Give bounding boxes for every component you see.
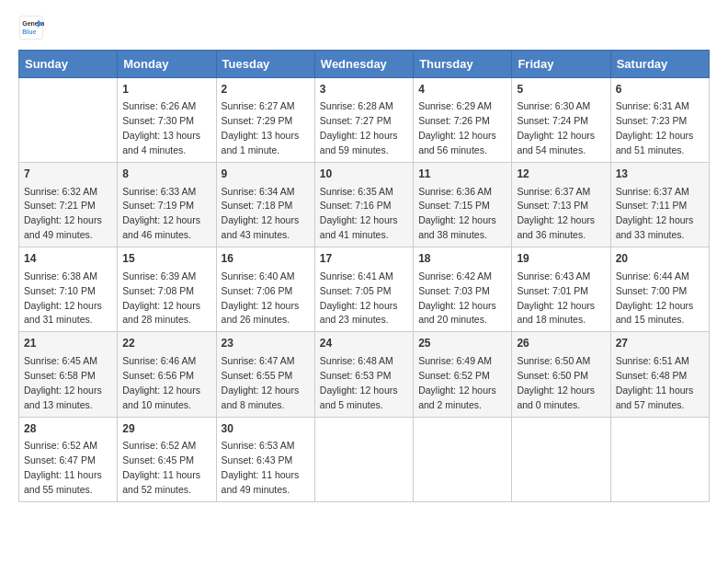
day-number: 2 xyxy=(222,82,310,98)
day-info: Sunrise: 6:48 AM Sunset: 6:53 PM Dayligh… xyxy=(320,355,398,410)
day-number: 8 xyxy=(122,167,210,182)
day-number: 22 xyxy=(122,336,210,351)
weekday-header-wednesday: Wednesday xyxy=(314,51,413,78)
day-info: Sunrise: 6:52 AM Sunset: 6:47 PM Dayligh… xyxy=(24,440,102,495)
calendar-table: SundayMondayTuesdayWednesdayThursdayFrid… xyxy=(18,50,710,502)
calendar-cell: 19Sunrise: 6:43 AM Sunset: 7:01 PM Dayli… xyxy=(512,247,610,332)
calendar-cell: 22Sunrise: 6:46 AM Sunset: 6:56 PM Dayli… xyxy=(118,332,216,417)
calendar-cell: 12Sunrise: 6:37 AM Sunset: 7:13 PM Dayli… xyxy=(512,163,610,247)
calendar-cell: 3Sunrise: 6:28 AM Sunset: 7:27 PM Daylig… xyxy=(314,78,413,163)
day-info: Sunrise: 6:41 AM Sunset: 7:05 PM Dayligh… xyxy=(320,270,398,326)
logo-icon: General Blue xyxy=(18,15,44,40)
day-info: Sunrise: 6:43 AM Sunset: 7:01 PM Dayligh… xyxy=(517,270,595,326)
day-number: 9 xyxy=(222,167,310,182)
header: General Blue xyxy=(18,15,710,40)
svg-rect-0 xyxy=(19,16,42,39)
day-info: Sunrise: 6:47 AM Sunset: 6:55 PM Dayligh… xyxy=(222,355,300,410)
day-number: 10 xyxy=(320,167,408,182)
day-info: Sunrise: 6:44 AM Sunset: 7:00 PM Dayligh… xyxy=(616,270,694,326)
day-number: 18 xyxy=(418,251,506,267)
svg-text:Blue: Blue xyxy=(22,29,36,35)
day-number: 27 xyxy=(616,336,704,351)
day-number: 20 xyxy=(616,251,704,267)
day-info: Sunrise: 6:36 AM Sunset: 7:15 PM Dayligh… xyxy=(418,186,496,241)
calendar-cell: 8Sunrise: 6:33 AM Sunset: 7:19 PM Daylig… xyxy=(118,163,216,247)
day-info: Sunrise: 6:45 AM Sunset: 6:58 PM Dayligh… xyxy=(24,355,102,410)
calendar-cell xyxy=(512,417,610,501)
day-number: 21 xyxy=(24,336,112,351)
day-info: Sunrise: 6:39 AM Sunset: 7:08 PM Dayligh… xyxy=(122,270,200,326)
weekday-header-monday: Monday xyxy=(118,51,216,78)
day-info: Sunrise: 6:40 AM Sunset: 7:06 PM Dayligh… xyxy=(222,270,300,326)
day-info: Sunrise: 6:42 AM Sunset: 7:03 PM Dayligh… xyxy=(418,270,496,326)
weekday-header-sunday: Sunday xyxy=(19,51,118,78)
calendar-cell xyxy=(314,417,413,501)
day-number: 11 xyxy=(418,167,506,182)
day-info: Sunrise: 6:28 AM Sunset: 7:27 PM Dayligh… xyxy=(320,100,398,155)
weekday-header-thursday: Thursday xyxy=(414,51,512,78)
day-info: Sunrise: 6:27 AM Sunset: 7:29 PM Dayligh… xyxy=(222,100,300,155)
calendar-cell: 6Sunrise: 6:31 AM Sunset: 7:23 PM Daylig… xyxy=(610,78,709,163)
day-number: 12 xyxy=(517,167,605,182)
calendar-cell xyxy=(19,78,118,163)
calendar-cell: 14Sunrise: 6:38 AM Sunset: 7:10 PM Dayli… xyxy=(19,247,118,332)
day-info: Sunrise: 6:46 AM Sunset: 6:56 PM Dayligh… xyxy=(122,355,200,410)
day-number: 5 xyxy=(517,82,605,98)
calendar-cell: 25Sunrise: 6:49 AM Sunset: 6:52 PM Dayli… xyxy=(414,332,512,417)
calendar-cell: 23Sunrise: 6:47 AM Sunset: 6:55 PM Dayli… xyxy=(216,332,314,417)
day-info: Sunrise: 6:37 AM Sunset: 7:13 PM Dayligh… xyxy=(517,186,595,241)
calendar-cell: 9Sunrise: 6:34 AM Sunset: 7:18 PM Daylig… xyxy=(216,163,314,247)
day-number: 16 xyxy=(222,251,310,267)
day-number: 26 xyxy=(517,336,605,351)
calendar-cell: 26Sunrise: 6:50 AM Sunset: 6:50 PM Dayli… xyxy=(512,332,610,417)
calendar-cell: 10Sunrise: 6:35 AM Sunset: 7:16 PM Dayli… xyxy=(314,163,413,247)
day-info: Sunrise: 6:32 AM Sunset: 7:21 PM Dayligh… xyxy=(24,186,102,241)
day-number: 7 xyxy=(24,167,112,182)
day-info: Sunrise: 6:30 AM Sunset: 7:24 PM Dayligh… xyxy=(517,100,595,155)
calendar-week-5: 28Sunrise: 6:52 AM Sunset: 6:47 PM Dayli… xyxy=(19,417,710,501)
calendar-cell: 16Sunrise: 6:40 AM Sunset: 7:06 PM Dayli… xyxy=(216,247,314,332)
calendar-cell: 2Sunrise: 6:27 AM Sunset: 7:29 PM Daylig… xyxy=(216,78,314,163)
calendar-cell: 29Sunrise: 6:52 AM Sunset: 6:45 PM Dayli… xyxy=(118,417,216,501)
day-number: 25 xyxy=(418,336,506,351)
calendar-week-2: 7Sunrise: 6:32 AM Sunset: 7:21 PM Daylig… xyxy=(19,163,710,247)
day-info: Sunrise: 6:51 AM Sunset: 6:48 PM Dayligh… xyxy=(616,355,694,410)
day-info: Sunrise: 6:38 AM Sunset: 7:10 PM Dayligh… xyxy=(24,270,102,326)
day-number: 29 xyxy=(122,421,210,437)
day-number: 23 xyxy=(222,336,310,351)
day-number: 1 xyxy=(122,82,210,98)
calendar-cell: 24Sunrise: 6:48 AM Sunset: 6:53 PM Dayli… xyxy=(314,332,413,417)
day-info: Sunrise: 6:53 AM Sunset: 6:43 PM Dayligh… xyxy=(222,440,300,495)
day-info: Sunrise: 6:37 AM Sunset: 7:11 PM Dayligh… xyxy=(616,186,694,241)
calendar-cell: 11Sunrise: 6:36 AM Sunset: 7:15 PM Dayli… xyxy=(414,163,512,247)
calendar-cell: 20Sunrise: 6:44 AM Sunset: 7:00 PM Dayli… xyxy=(610,247,709,332)
day-number: 13 xyxy=(616,167,704,182)
calendar-cell: 1Sunrise: 6:26 AM Sunset: 7:30 PM Daylig… xyxy=(118,78,216,163)
calendar-cell xyxy=(414,417,512,501)
calendar-cell: 17Sunrise: 6:41 AM Sunset: 7:05 PM Dayli… xyxy=(314,247,413,332)
day-number: 19 xyxy=(517,251,605,267)
day-info: Sunrise: 6:50 AM Sunset: 6:50 PM Dayligh… xyxy=(517,355,595,410)
day-info: Sunrise: 6:52 AM Sunset: 6:45 PM Dayligh… xyxy=(122,440,200,495)
calendar-cell: 30Sunrise: 6:53 AM Sunset: 6:43 PM Dayli… xyxy=(216,417,314,501)
calendar-cell: 15Sunrise: 6:39 AM Sunset: 7:08 PM Dayli… xyxy=(118,247,216,332)
day-number: 14 xyxy=(24,251,112,267)
day-info: Sunrise: 6:35 AM Sunset: 7:16 PM Dayligh… xyxy=(320,186,398,241)
day-info: Sunrise: 6:34 AM Sunset: 7:18 PM Dayligh… xyxy=(222,186,300,241)
day-number: 3 xyxy=(320,82,408,98)
calendar-cell: 18Sunrise: 6:42 AM Sunset: 7:03 PM Dayli… xyxy=(414,247,512,332)
calendar-cell: 28Sunrise: 6:52 AM Sunset: 6:47 PM Dayli… xyxy=(19,417,118,501)
calendar-week-4: 21Sunrise: 6:45 AM Sunset: 6:58 PM Dayli… xyxy=(19,332,710,417)
day-number: 17 xyxy=(320,251,408,267)
day-number: 15 xyxy=(122,251,210,267)
calendar-cell: 7Sunrise: 6:32 AM Sunset: 7:21 PM Daylig… xyxy=(19,163,118,247)
weekday-header-tuesday: Tuesday xyxy=(216,51,314,78)
calendar-week-1: 1Sunrise: 6:26 AM Sunset: 7:30 PM Daylig… xyxy=(19,78,710,163)
weekday-header-row: SundayMondayTuesdayWednesdayThursdayFrid… xyxy=(19,51,710,78)
day-number: 4 xyxy=(418,82,506,98)
calendar-cell: 4Sunrise: 6:29 AM Sunset: 7:26 PM Daylig… xyxy=(414,78,512,163)
day-number: 28 xyxy=(24,421,112,437)
weekday-header-friday: Friday xyxy=(512,51,610,78)
day-number: 30 xyxy=(222,421,310,437)
day-info: Sunrise: 6:33 AM Sunset: 7:19 PM Dayligh… xyxy=(122,186,200,241)
